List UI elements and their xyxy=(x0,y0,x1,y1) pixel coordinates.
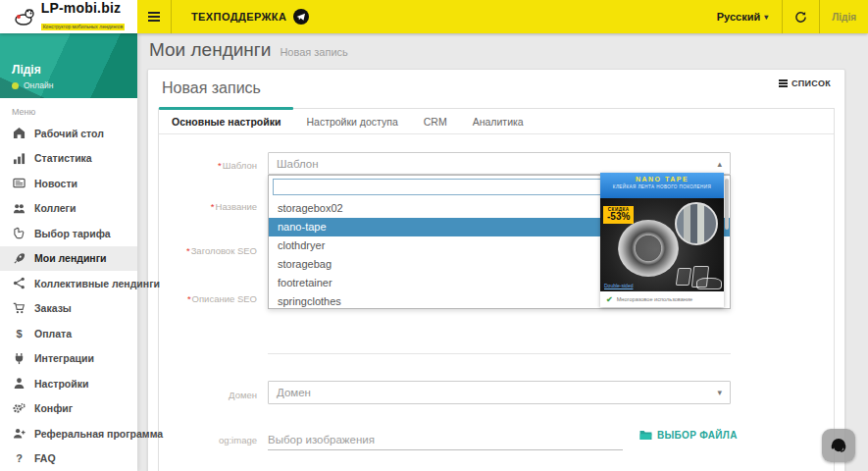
breadcrumb: Мои лендинги Новая запись xyxy=(149,39,348,61)
news-icon xyxy=(13,177,26,189)
dropdown-scrollbar[interactable] xyxy=(725,179,729,230)
user-plus-icon xyxy=(13,427,26,440)
template-preview-image: NANO TAPE КЛЕЙКАЯ ЛЕНТА НОВОГО ПОКОЛЕНИЯ… xyxy=(600,173,724,307)
tab-main-settings[interactable]: Основные настройки xyxy=(159,109,293,133)
sidebar-item-label: Заказы xyxy=(34,302,72,314)
topbar: LP-mobi.biz Конструктор мобильных лендин… xyxy=(0,0,868,33)
status-label: Онлайн xyxy=(24,80,53,90)
refresh-button[interactable] xyxy=(783,0,819,33)
template-select-placeholder: Шаблон xyxy=(277,158,319,170)
preview-product-image: СКИДКА -53% Double-sided xyxy=(600,198,724,291)
seo-description-field-label: *Описание SEO xyxy=(147,293,257,304)
sidebar-item-colleagues[interactable]: Коллеги xyxy=(0,196,137,222)
seo-description-underline xyxy=(268,353,731,354)
list-button[interactable]: СПИСОК xyxy=(775,76,835,91)
tab-label: Настройки доступа xyxy=(306,116,397,128)
headset-icon xyxy=(829,436,848,455)
tariff-icon xyxy=(13,227,26,239)
app-screen: LP-mobi.biz Конструктор мобильных лендин… xyxy=(0,0,868,471)
preview-tape-roll xyxy=(618,220,679,277)
required-marker: * xyxy=(186,245,190,256)
sidebar-item-referral[interactable]: Реферальная программа xyxy=(0,421,137,446)
user-status: Онлайн xyxy=(12,80,126,90)
sidebar-item-label: Коллективные лендинги xyxy=(34,278,160,289)
domain-field-label: Домен xyxy=(147,390,257,400)
list-icon xyxy=(779,79,788,87)
sidebar-item-collective-landings[interactable]: Коллективные лендинги xyxy=(0,271,137,296)
choose-file-label: ВЫБОР ФАЙЛА xyxy=(657,430,738,441)
sidebar-item-payment[interactable]: $ Оплата xyxy=(0,321,137,346)
landings-icon xyxy=(13,252,26,265)
dog-logo-icon xyxy=(13,7,36,26)
brand-tagline: Конструктор мобильных лендингов xyxy=(41,24,126,30)
tech-support-label: ТЕХПОДДЕРЖКА xyxy=(191,11,286,23)
page-title: Мои лендинги xyxy=(149,39,271,61)
sidebar-item-label: FAQ xyxy=(34,452,56,464)
check-icon: ✔ xyxy=(606,295,613,304)
tech-support-button[interactable]: ТЕХПОДДЕРЖКА xyxy=(172,0,327,33)
desktop-icon xyxy=(13,127,26,139)
domain-select-placeholder: Домен xyxy=(277,387,311,398)
support-chat-widget[interactable] xyxy=(822,429,855,462)
choose-file-button[interactable]: ВЫБОР ФАЙЛА xyxy=(639,430,738,441)
template-select[interactable]: Шаблон ▴ xyxy=(268,152,731,175)
sidebar-item-integrations[interactable]: Интеграции xyxy=(0,346,137,372)
preview-caption: Double-sided xyxy=(604,283,633,288)
tab-access-settings[interactable]: Настройки доступа xyxy=(293,109,410,133)
sidebar-item-faq[interactable]: ? FAQ xyxy=(0,446,137,471)
name-field-label: *Название xyxy=(147,201,257,212)
question-icon: ? xyxy=(13,452,26,464)
preview-subtitle: КЛЕЙКАЯ ЛЕНТА НОВОГО ПОКОЛЕНИЯ xyxy=(600,184,724,189)
stats-icon xyxy=(13,152,26,165)
sidebar: Лідія Онлайн Меню Рабочий стол Статистик… xyxy=(0,33,137,471)
og-image-placeholder: Выбор изображения xyxy=(268,434,375,445)
sidebar-item-label: Реферальная программа xyxy=(34,428,163,440)
menu-section-label: Меню xyxy=(0,98,137,121)
required-marker: * xyxy=(187,293,191,304)
gears-icon xyxy=(13,402,26,415)
sidebar-item-label: Мои лендинги xyxy=(34,252,107,264)
tab-crm[interactable]: CRM xyxy=(411,109,460,133)
plug-icon xyxy=(13,352,26,365)
sidebar-item-config[interactable]: Конфиг xyxy=(0,396,137,422)
sidebar-item-label: Настройки xyxy=(34,378,88,390)
sidebar-item-label: Конфиг xyxy=(34,402,73,414)
tab-label: Аналитика xyxy=(473,116,524,128)
preview-footer: ✔ Многоразовое использование xyxy=(600,291,724,307)
sidebar-item-my-landings[interactable]: Мои лендинги xyxy=(0,246,137,272)
user-icon xyxy=(13,377,26,390)
brand-logo[interactable]: LP-mobi.biz Конструктор мобильных лендин… xyxy=(0,0,137,33)
topbar-user-link[interactable]: Лідія xyxy=(820,0,868,33)
sidebar-menu: Рабочий стол Статистика Новости Коллеги … xyxy=(0,121,137,471)
list-button-label: СПИСОК xyxy=(791,78,831,88)
refresh-icon xyxy=(794,11,807,24)
tab-label: CRM xyxy=(424,116,447,128)
sidebar-item-statistics[interactable]: Статистика xyxy=(0,146,137,172)
tab-label: Основные настройки xyxy=(172,116,281,128)
card-title: Новая запись xyxy=(162,79,261,97)
sidebar-item-news[interactable]: Новости xyxy=(0,171,137,196)
tab-analytics[interactable]: Аналитика xyxy=(460,109,536,133)
sidebar-item-orders[interactable]: Заказы xyxy=(0,296,137,322)
caret-down-icon: ▾ xyxy=(717,388,722,397)
menu-toggle-icon[interactable] xyxy=(137,0,171,33)
sidebar-item-desktop[interactable]: Рабочий стол xyxy=(0,121,137,146)
language-selector[interactable]: Русский ▾ xyxy=(703,0,782,33)
domain-select[interactable]: Домен ▾ xyxy=(268,381,731,404)
og-image-input[interactable]: Выбор изображения xyxy=(268,429,623,450)
preview-header: NANO TAPE КЛЕЙКАЯ ЛЕНТА НОВОГО ПОКОЛЕНИЯ xyxy=(600,173,724,198)
sidebar-item-label: Интеграции xyxy=(34,352,94,364)
online-status-dot xyxy=(12,82,19,89)
sidebar-item-label: Рабочий стол xyxy=(34,128,104,139)
share-icon xyxy=(13,277,26,289)
sidebar-item-label: Статистика xyxy=(34,152,92,164)
sidebar-item-label: Оплата xyxy=(34,328,72,340)
sidebar-item-tariff[interactable]: Выбор тарифа xyxy=(0,221,137,246)
sidebar-item-label: Выбор тарифа xyxy=(34,228,111,239)
dropdown-search-input[interactable] xyxy=(273,179,602,195)
og-image-field-label: og:image xyxy=(147,435,257,445)
sidebar-item-settings[interactable]: Настройки xyxy=(0,371,137,396)
telegram-icon xyxy=(293,9,309,25)
language-label: Русский xyxy=(717,11,760,23)
seo-title-field-label: *Заголовок SEO xyxy=(147,245,257,256)
